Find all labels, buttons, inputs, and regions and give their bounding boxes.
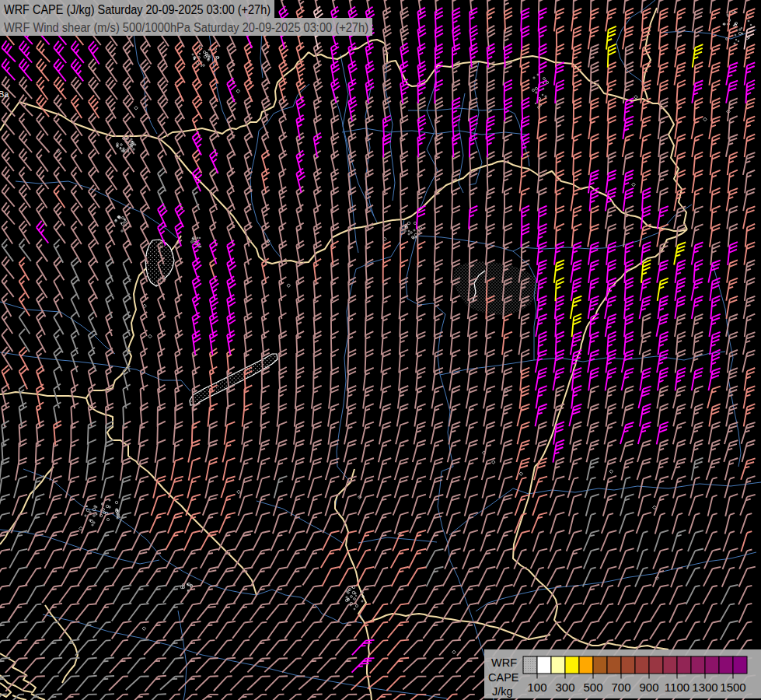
svg-text:700: 700 xyxy=(611,681,630,694)
svg-text:WRF: WRF xyxy=(491,656,517,669)
svg-text:1100: 1100 xyxy=(665,681,689,694)
svg-text:Ba: Ba xyxy=(0,89,9,99)
svg-text:CAPE: CAPE xyxy=(488,671,519,684)
svg-text:WRF Wind shear (m/s) 500/1000h: WRF Wind shear (m/s) 500/1000hPa Saturda… xyxy=(4,21,368,34)
svg-text:900: 900 xyxy=(639,681,658,694)
svg-text:J/kg: J/kg xyxy=(492,685,513,698)
svg-text:WRF CAPE (J/kg) Saturday 20-09: WRF CAPE (J/kg) Saturday 20-09-2025 03:0… xyxy=(4,3,271,16)
svg-text:1500: 1500 xyxy=(720,681,745,694)
svg-text:300: 300 xyxy=(555,681,574,694)
svg-text:500: 500 xyxy=(583,681,602,694)
svg-text:100: 100 xyxy=(527,681,546,694)
svg-text:1300: 1300 xyxy=(692,681,717,694)
